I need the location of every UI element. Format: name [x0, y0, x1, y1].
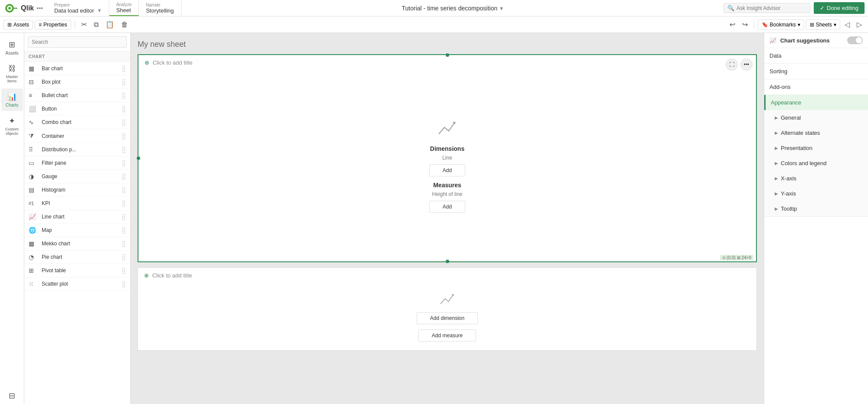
chevron-right-icon: ▶	[775, 176, 778, 181]
left-sidebar: ⊞ Assets ⛓ Master items 📊 Charts ✦ Custo…	[0, 33, 24, 404]
resize-handle-left[interactable]	[137, 156, 140, 160]
bottom-icon: ⊟	[9, 391, 15, 401]
undo-button[interactable]: ↩	[727, 19, 738, 30]
grid-icon: ⊞	[7, 22, 12, 28]
drag-handle-icon[interactable]: ⣿	[122, 280, 126, 287]
drag-handle-icon[interactable]: ⣿	[122, 213, 126, 220]
add-title-2[interactable]: ⊕ Click to add title	[138, 268, 756, 283]
sheet-title-nav[interactable]: Tutorial - time series decomposition ▾	[402, 5, 503, 12]
drag-handle-icon[interactable]: ⣿	[122, 173, 126, 180]
chart-item-pie[interactable]: ◔ Pie chart ⣿	[24, 251, 130, 264]
search-input[interactable]	[736, 5, 802, 11]
drag-handle-icon[interactable]: ⣿	[122, 119, 126, 126]
sidebar-item-bottom[interactable]: ⊟	[1, 388, 23, 404]
more-options-icon[interactable]: •••	[36, 5, 43, 12]
chart-item-line[interactable]: 📈 Line chart ⣿	[24, 210, 130, 224]
chart-item-bar[interactable]: ▦ Bar chart ⣿	[24, 62, 130, 75]
sheets-button[interactable]: ⊞ Sheets ▾	[806, 20, 840, 30]
filter-pane-icon: ▭	[29, 160, 38, 166]
insight-advisor-search[interactable]: 🔍	[723, 3, 810, 13]
properties-toggle[interactable]: ≡ Properties	[35, 20, 71, 29]
chevron-down-icon: ▾	[500, 5, 503, 12]
right-panel-x-axis[interactable]: ▶ X-axis	[764, 171, 868, 186]
chevron-right-icon: ▶	[775, 130, 778, 135]
cut-button[interactable]: ✂	[79, 19, 89, 30]
separator-2	[754, 20, 754, 29]
right-panel-presentation[interactable]: ▶ Presentation	[764, 140, 868, 156]
chart-search-input[interactable]	[28, 36, 127, 48]
add-measure-button-2[interactable]: Add measure	[418, 329, 476, 342]
chart-item-gauge[interactable]: ◑ Gauge ⣿	[24, 170, 130, 183]
chart-list-panel: chart ▦ Bar chart ⣿ ⊟ Box plot ⣿ ≡ Bulle…	[24, 33, 131, 404]
delete-button[interactable]: 🗑	[118, 19, 131, 30]
drag-handle-icon[interactable]: ⣿	[122, 78, 126, 85]
drag-handle-icon[interactable]: ⣿	[122, 92, 126, 99]
chart-item-histogram[interactable]: ▤ Histogram ⣿	[24, 183, 130, 197]
nav-right-button[interactable]: ▷	[854, 19, 865, 30]
right-panel-general[interactable]: ▶ General	[764, 110, 868, 125]
full-screen-button[interactable]: ⛶	[726, 59, 738, 71]
add-dimension-button[interactable]: Add	[429, 164, 465, 176]
sheets-icon: ⊞	[810, 22, 814, 28]
chevron-down-icon: ▾	[834, 22, 836, 28]
drag-handle-icon[interactable]: ⣿	[122, 200, 126, 207]
chart-item-combo[interactable]: ∿ Combo chart ⣿	[24, 116, 130, 129]
chart-item-distribution[interactable]: ⠿ Distribution p... ⣿	[24, 143, 130, 156]
right-panel-tooltip[interactable]: ▶ Tooltip	[764, 201, 868, 216]
right-panel-sorting[interactable]: Sorting	[764, 64, 868, 79]
chart-item-box[interactable]: ⊟ Box plot ⣿	[24, 75, 130, 89]
edit-toolbar: ⊞ Assets ≡ Properties ✂ ⧉ 📋 🗑 ↩ ↪ 🔖 Book…	[0, 16, 868, 33]
resize-handle-top[interactable]	[446, 53, 449, 57]
done-editing-button[interactable]: ✓ Done editing	[814, 2, 865, 14]
drag-handle-icon[interactable]: ⣿	[122, 160, 126, 166]
copy-button[interactable]: ⧉	[91, 19, 101, 30]
drag-handle-icon[interactable]: ⣿	[122, 133, 126, 140]
right-panel-y-axis[interactable]: ▶ Y-axis	[764, 186, 868, 201]
chart-item-scatter[interactable]: ⁙ Scatter plot ⣿	[24, 277, 130, 291]
chart-item-map[interactable]: 🌐 Map ⣿	[24, 224, 130, 237]
right-panel-data[interactable]: Data	[764, 48, 868, 63]
paste-button[interactable]: 📋	[103, 19, 117, 30]
drag-handle-icon[interactable]: ⣿	[122, 105, 126, 112]
drag-handle-icon[interactable]: ⣿	[122, 227, 126, 234]
right-panel-alternate-states[interactable]: ▶ Alternate states	[764, 125, 868, 140]
chart-item-filter[interactable]: ▭ Filter pane ⣿	[24, 156, 130, 170]
sidebar-item-assets[interactable]: ⊞ Assets	[1, 36, 23, 59]
resize-handle-bottom[interactable]	[446, 260, 449, 263]
add-measure-button[interactable]: Add	[429, 201, 465, 213]
assets-toggle[interactable]: ⊞ Assets	[3, 20, 33, 29]
chart-item-bullet[interactable]: ≡ Bullet chart ⣿	[24, 89, 130, 102]
redo-button[interactable]: ↪	[740, 19, 750, 30]
drag-handle-icon[interactable]: ⣿	[122, 146, 126, 153]
drag-handle-icon[interactable]: ⣿	[122, 267, 126, 274]
sidebar-item-charts[interactable]: 📊 Charts	[1, 88, 23, 111]
chart-suggestions-toggle[interactable]	[847, 36, 863, 44]
drag-handle-icon[interactable]: ⣿	[122, 254, 126, 261]
narrate-section: Narrate Storytelling	[139, 0, 181, 16]
chart-item-kpi[interactable]: #1 KPI ⣿	[24, 197, 130, 210]
chart-item-container[interactable]: ⧩ Container ⣿	[24, 129, 130, 143]
drag-handle-icon[interactable]: ⣿	[122, 65, 126, 72]
chart-item-button[interactable]: ⬜ Button ⣿	[24, 102, 130, 116]
more-options-button[interactable]: •••	[740, 59, 753, 71]
nav-left-button[interactable]: ◁	[842, 19, 852, 30]
container-icon: ⧩	[29, 132, 38, 140]
sidebar-item-custom-objects[interactable]: ✦ Custom objects	[1, 113, 23, 139]
right-panel-appearance[interactable]: Appearance	[764, 95, 868, 110]
right-panel-title: 📈 Chart suggestions	[769, 37, 830, 44]
top-navigation: Qlik ••• Prepare Data load editor ▼ Anal…	[0, 0, 868, 16]
line-chart-icon: 📈	[29, 213, 38, 220]
drag-handle-icon[interactable]: ⣿	[122, 240, 126, 247]
chart-item-pivot[interactable]: ⊞ Pivot table ⣿	[24, 264, 130, 277]
bookmarks-button[interactable]: 🔖 Bookmarks ▾	[758, 20, 804, 30]
chevron-right-icon: ▶	[775, 161, 778, 166]
button-icon: ⬜	[29, 105, 38, 112]
qlik-logo[interactable]: Qlik •••	[0, 3, 47, 13]
right-panel-addons[interactable]: Add-ons	[764, 79, 868, 94]
right-panel-colors-legend[interactable]: ▶ Colors and legend	[764, 156, 868, 171]
chart-item-mekko[interactable]: ▦ Mekko chart ⣿	[24, 237, 130, 251]
drag-handle-icon[interactable]: ⣿	[122, 186, 126, 193]
sidebar-item-master-items[interactable]: ⛓ Master items	[1, 61, 23, 87]
add-dimension-button-2[interactable]: Add dimension	[417, 312, 478, 324]
add-title-1[interactable]: ⊕ Click to add title	[138, 55, 756, 70]
